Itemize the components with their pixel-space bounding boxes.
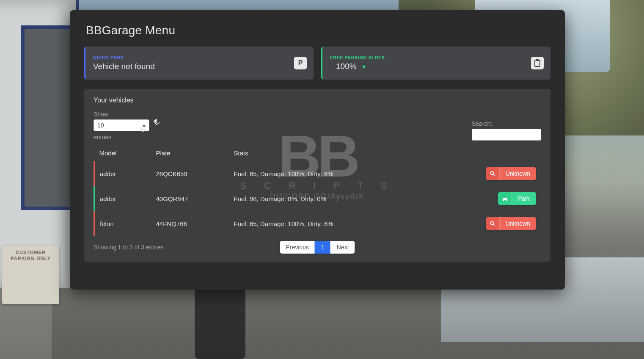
search-label: Search: — [472, 120, 492, 127]
cell-model: felon — [94, 211, 151, 236]
svg-point-5 — [506, 200, 507, 201]
car-icon — [498, 192, 512, 205]
free-slots-label: FREE PARKING SLOTS — [330, 55, 385, 60]
table-row: adder40GQR847Fuel: 98, Damage: 0%, Dirty… — [94, 186, 542, 211]
vehicles-title: Your vehicles — [94, 97, 541, 104]
panel-title: BBGarage Menu — [86, 24, 550, 37]
cell-plate: 40GQR847 — [151, 186, 229, 211]
svg-point-6 — [490, 221, 493, 224]
action-label: Unknown — [500, 217, 536, 230]
cell-model: adder — [94, 186, 151, 211]
svg-line-3 — [493, 174, 495, 176]
parking-icon[interactable]: P — [294, 57, 307, 69]
pager-prev[interactable]: Previous — [280, 241, 314, 254]
unknown-button[interactable]: Unknown — [486, 217, 536, 230]
quick-park-card: QUICK PARK Vehicle not found P — [84, 47, 314, 80]
free-slots-progress — [363, 65, 366, 68]
pager-page-1[interactable]: 1 — [315, 241, 330, 254]
quick-park-label: QUICK PARK — [93, 55, 155, 60]
svg-rect-1 — [536, 59, 539, 61]
table-row: felon44FNQ766Fuel: 65, Damage: 100%, Dir… — [94, 211, 542, 236]
parking-sign: CUSTOMER PARKING ONLY — [2, 246, 59, 304]
cell-model: adder — [94, 161, 151, 186]
search-icon — [486, 167, 500, 180]
cell-stats: Fuel: 98, Damage: 0%, Dirty: 0% — [229, 186, 451, 211]
col-actions — [451, 145, 541, 161]
svg-point-4 — [503, 200, 504, 201]
vehicles-table: Model Plate Stats adder28QCK659Fuel: 65,… — [94, 145, 541, 236]
search-input[interactable] — [472, 129, 541, 141]
entries-label: entries — [94, 134, 149, 141]
col-model[interactable]: Model — [94, 145, 151, 161]
action-label: Unknown — [500, 167, 536, 180]
search-icon — [486, 217, 500, 230]
action-label: Park — [512, 192, 536, 205]
unknown-button[interactable]: Unknown — [486, 167, 536, 180]
table-info: Showing 1 to 3 of 3 entries — [94, 244, 164, 251]
col-stats[interactable]: Stats — [229, 145, 451, 161]
pager-next[interactable]: Next — [330, 241, 355, 254]
page-length-select[interactable]: 10 — [94, 119, 149, 131]
table-row: adder28QCK659Fuel: 65, Damage: 100%, Dir… — [94, 161, 542, 186]
park-button[interactable]: Park — [498, 192, 536, 205]
garage-menu-panel: BBGarage Menu QUICK PARK Vehicle not fou… — [70, 10, 565, 290]
cell-plate: 28QCK659 — [151, 161, 229, 186]
pagination: Previous 1 Next — [280, 241, 355, 254]
free-slots-progress-fill — [363, 65, 366, 68]
free-slots-percent: 100% — [336, 62, 357, 71]
cell-stats: Fuel: 65, Damage: 100%, Dirty: 6% — [229, 211, 451, 236]
vehicles-card: BB S C R I P T S DISCORD.GG/AyvyAtK Your… — [84, 89, 550, 262]
svg-point-2 — [490, 171, 493, 174]
cell-stats: Fuel: 65, Damage: 100%, Dirty: 6% — [229, 161, 451, 186]
svg-line-7 — [493, 224, 495, 226]
free-slots-card: FREE PARKING SLOTS 100% — [321, 47, 550, 80]
clipboard-icon[interactable] — [531, 57, 544, 69]
show-label: Show — [94, 111, 149, 118]
cell-plate: 44FNQ766 — [151, 211, 229, 236]
svg-rect-0 — [535, 60, 540, 66]
col-plate[interactable]: Plate — [151, 145, 229, 161]
quick-park-value: Vehicle not found — [93, 62, 155, 71]
